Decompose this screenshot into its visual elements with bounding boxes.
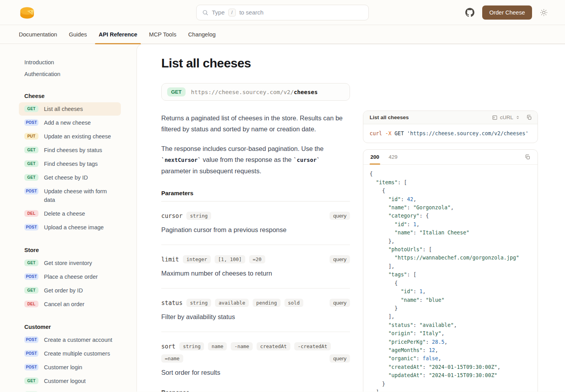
endpoint-base-url: https://cheese.sourcey.com/v2/ [191,89,294,95]
inline-code: `cursor` [293,157,320,163]
parameter-badge: available [215,299,249,307]
sidebar-item-customer-logout[interactable]: GETCustomer logout [19,374,121,388]
code-line: ] [370,388,531,392]
response-tab-200[interactable]: 200 [370,150,379,165]
tab-guides[interactable]: Guides [69,25,87,44]
method-badge: DEL [24,301,38,307]
sidebar-item-get-order-by-id[interactable]: GETGet order by ID [19,284,121,297]
order-cheese-button[interactable]: Order Cheese [482,5,532,20]
sidebar-item-label: Get customer by username [44,390,117,392]
tab-mcp-tools[interactable]: MCP Tools [149,25,177,44]
sidebar-item-label: Find cheeses by status [44,146,117,154]
code-line: "photoUrls": [ [370,245,531,254]
sidebar-item-upload-a-cheese-image[interactable]: POSTUpload a cheese image [19,221,121,234]
tab-changelog[interactable]: Changelog [188,25,215,44]
cheese-logo[interactable] [19,5,35,20]
sidebar-item-list-all-cheeses[interactable]: GETList all cheeses [19,102,121,116]
examples-column: List all cheeses cURL [363,111,538,392]
method-badge: POST [24,119,38,126]
sidebar-section-store: Store [19,244,126,256]
endpoint-bar: GET https://cheese.sourcey.com/v2/cheese… [161,83,350,101]
parameter-name: cursor [161,212,182,220]
parameter-badge: pending [253,299,281,307]
parameter-header: limitinteger[1, 100]=20query [161,255,350,263]
sidebar-item-create-a-customer-account[interactable]: POSTCreate a customer account [19,333,121,347]
sidebar-link-introduction[interactable]: Introduction [19,56,126,68]
parameter-badge: -name [231,342,253,350]
sidebar-item-create-multiple-customers[interactable]: POSTCreate multiple customers [19,347,121,360]
request-card-header: List all cheeses cURL [363,111,538,124]
sidebar-item-add-a-new-cheese[interactable]: POSTAdd a new cheese [19,116,121,129]
doc-column: List all cheeses GET https://cheese.sour… [161,56,350,392]
parameter-badge: createdAt [257,342,290,350]
theme-toggle[interactable] [540,9,548,16]
sidebar-item-cancel-an-order[interactable]: DELCancel an order [19,298,121,311]
code-line: "pricePerKg": 28.5, [370,338,531,346]
sidebar-item-label: Customer login [44,363,117,372]
parameter-location-badge: query [330,299,350,307]
method-badge: POST [24,273,38,280]
sidebar-item-get-customer-by-username[interactable]: GETGet customer by username [19,388,121,392]
sidebar-section-cheese: Cheese [19,90,126,102]
parameter-description: Maximum number of cheeses to return [161,270,350,277]
parameter-location-badge: query [330,255,350,263]
code-line: ], [370,312,531,321]
method-badge: POST [24,336,38,343]
method-badge: DEL [24,210,38,217]
code-line: } [370,304,531,312]
copy-response-button[interactable] [525,154,530,160]
content-area: List all cheeses GET https://cheese.sour… [137,44,565,392]
search-icon [202,9,208,16]
method-badge: GET [24,377,38,384]
parameter-badge: [1, 100] [215,255,245,263]
sidebar-item-label: Delete a cheese [44,209,117,218]
sidebar-item-update-cheese-with-form-data[interactable]: POSTUpdate cheese with form data [19,185,121,207]
response-tab-429[interactable]: 429 [389,150,398,165]
endpoint-url: https://cheese.sourcey.com/v2/cheeses [191,89,318,95]
sidebar-item-label: Add a new cheese [44,118,117,127]
sidebar-item-place-a-cheese-order[interactable]: POSTPlace a cheese order [19,270,121,283]
parameter-location-badge: query [330,354,350,363]
code-line: "origin": "Italy", [370,329,531,338]
sidebar-item-delete-a-cheese[interactable]: DELDelete a cheese [19,207,121,220]
sidebar-item-get-cheese-by-id[interactable]: GETGet cheese by ID [19,171,121,184]
parameter-badge: string [186,299,211,307]
sidebar-item-customer-login[interactable]: POSTCustomer login [19,361,121,374]
request-example-card: List all cheeses cURL [363,111,538,143]
parameter-header: cursorstringquery [161,212,350,220]
github-icon [465,8,474,17]
sidebar-item-update-an-existing-cheese[interactable]: PUTUpdate an existing cheese [19,130,121,143]
sidebar: IntroductionAuthenticationCheeseGETList … [0,44,137,392]
language-label: cURL [500,114,513,120]
sidebar-link-authentication[interactable]: Authentication [19,68,126,80]
code-line: { [370,187,531,195]
github-link[interactable] [465,8,474,17]
sidebar-item-label: Create multiple customers [44,349,117,358]
response-heading: Response [161,389,350,392]
sidebar-item-label: List all cheeses [44,105,117,113]
sidebar-item-label: Upload a cheese image [44,223,117,232]
code-line: "organic": false, [370,354,531,363]
sidebar-item-label: Get store inventory [44,259,117,267]
parameter-badge: -createdAt [294,342,331,350]
sidebar-item-find-cheeses-by-status[interactable]: GETFind cheeses by status [19,143,121,157]
terminal-icon [492,115,498,120]
top-bar: Type / to search Order Cheese [0,0,565,25]
search-placeholder-suffix: to search [239,9,264,16]
sidebar-item-find-cheeses-by-tags[interactable]: GETFind cheeses by tags [19,157,121,171]
sidebar-item-get-store-inventory[interactable]: GETGet store inventory [19,256,121,270]
parameter-row-cursor: cursorstringqueryPagination cursor from … [161,201,350,245]
sidebar-item-label: Update an existing cheese [44,132,117,141]
parameter-name: limit [161,256,179,263]
parameter-description: Filter by availability status [161,313,350,321]
parameter-name: status [161,299,182,307]
page-title: List all cheeses [161,56,350,71]
language-selector[interactable]: cURL [492,114,520,120]
code-line: curl -X GET 'https://cheese.sourcey.com/… [370,129,531,138]
copy-request-button[interactable] [526,114,532,120]
sidebar-item-label: Get order by ID [44,286,117,295]
search-input[interactable]: Type / to search [196,5,369,20]
tab-documentation[interactable]: Documentation [19,25,57,44]
endpoint-path: cheeses [294,89,318,95]
tab-api-reference[interactable]: API Reference [98,25,137,44]
